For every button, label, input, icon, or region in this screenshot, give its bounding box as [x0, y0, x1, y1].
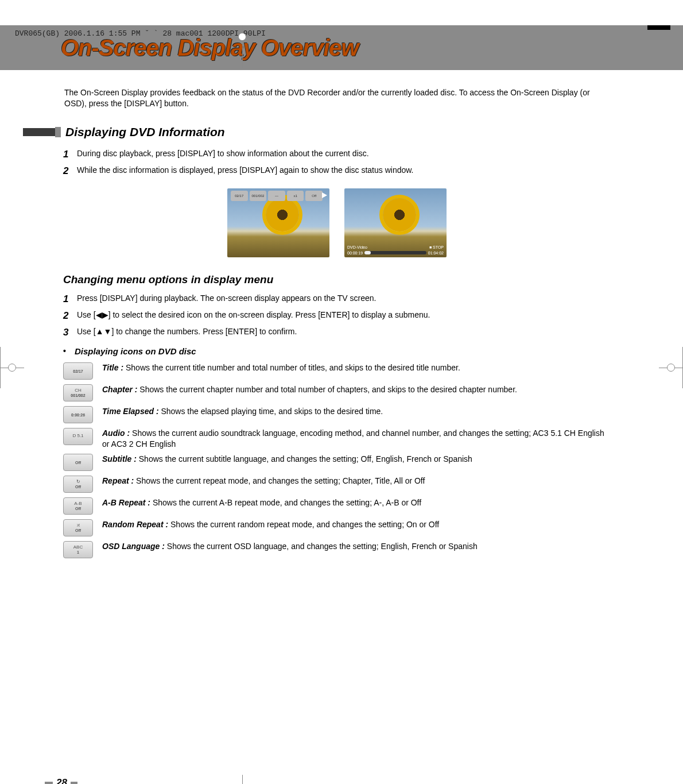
step-text: Use [◀▶] to select the desired icon on t… [77, 310, 611, 323]
definition-row: ↻OffRepeat : Shows the current repeat mo… [63, 476, 611, 493]
decor-bar-dark [23, 128, 55, 136]
osd-icon: Off [63, 454, 93, 471]
osd-icon: ↻Off [63, 476, 93, 493]
definition-row: OffSubtitle : Shows the current subtitle… [63, 454, 611, 471]
section-2-heading: Changing menu options in display menu [63, 272, 611, 287]
osd-icon: CH001/002 [63, 384, 93, 401]
definition-row: ABC1OSD Language : Shows the current OSD… [63, 541, 611, 558]
step-text: Press [DISPLAY] during playback. The on-… [77, 293, 611, 306]
osd-icon: ABC1 [63, 541, 93, 558]
osd-progress-fill [364, 251, 371, 254]
osd-top-bar: 02/17 001/002 — x1 Off [231, 191, 323, 201]
osd-state: ■ STOP [429, 245, 444, 250]
section-2-steps: 1 Press [DISPLAY] during playback. The o… [63, 293, 611, 339]
screenshot-row: 02/17 001/002 — x1 Off DVD-Video ■ STOP [63, 188, 611, 257]
step-number: 1 [63, 293, 77, 306]
definition-body: Title : Shows the current title number a… [102, 362, 611, 373]
step-text: During disc playback, press [DISPLAY] to… [77, 148, 611, 161]
definition-desc: Shows the current A-B repeat mode, and c… [150, 498, 421, 507]
definition-desc: Shows the current repeat mode, and chang… [134, 476, 425, 485]
definition-body: OSD Language : Shows the current OSD lan… [102, 541, 611, 552]
definition-term: OSD Language : [102, 542, 165, 551]
osd-chip: x1 [287, 191, 304, 201]
definition-row: 02/17Title : Shows the current title num… [63, 362, 611, 380]
osd-icon: 02/17 [63, 362, 93, 380]
osd-chip: — [268, 191, 285, 201]
definition-term: Audio : [102, 428, 130, 438]
definition-body: Repeat : Shows the current repeat mode, … [102, 476, 611, 486]
step-text: Use [▲▼] to change the numbers. Press [E… [77, 326, 611, 339]
step-number: 3 [63, 326, 77, 339]
osd-icon: D 5.1 [63, 428, 93, 445]
osd-progress-bar [364, 251, 426, 254]
osd-time-elapsed: 00:00:19 [347, 250, 363, 256]
play-icon [322, 192, 327, 198]
definition-desc: Shows the current OSD language, and chan… [165, 542, 478, 551]
section-1-steps: 1 During disc playback, press [DISPLAY] … [63, 148, 611, 178]
footer-bar [71, 782, 77, 784]
osd-icon: ⤮Off [63, 519, 93, 536]
bullet-row: • Displaying icons on DVD disc [63, 346, 611, 357]
definition-desc: Shows the current audio soundtrack langu… [102, 428, 604, 449]
osd-status: DVD-Video ■ STOP 00:00:19 01:04:02 [347, 245, 444, 256]
section-1-header: Displaying DVD Information [63, 124, 611, 140]
definition-desc: Shows the current subtitle language, and… [137, 454, 472, 464]
step-2: 2 Use [◀▶] to select the desired icon on… [63, 310, 611, 323]
osd-icon: 0:00:26 [63, 406, 93, 423]
definition-body: Random Repeat : Shows the current random… [102, 519, 611, 530]
decor-bar-mark [55, 127, 61, 137]
crop-mark [8, 364, 16, 372]
footer-bar [45, 782, 53, 784]
page: DVR065(GB) 2006.1.16 1:55 PM ˘ ` 28 mac0… [0, 25, 683, 784]
osd-chip: 02/17 [231, 191, 248, 201]
definition-desc: Shows the current title number and total… [123, 363, 460, 372]
crop-mark [238, 33, 246, 41]
definition-term: Chapter : [102, 385, 137, 394]
definition-row: CH001/002Chapter : Shows the current cha… [63, 384, 611, 401]
bullet-heading: Displaying icons on DVD disc [75, 346, 196, 357]
sunflower-icon [266, 198, 299, 231]
step-2: 2 While the disc information is displaye… [63, 165, 611, 178]
osd-disc-type: DVD-Video [347, 245, 367, 250]
content: The On-Screen Display provides feedback … [0, 70, 683, 558]
crop-mark-box [647, 25, 670, 30]
definition-term: Repeat : [102, 476, 134, 485]
definition-term: Time Elapsed : [102, 407, 159, 416]
osd-chip: 001/002 [250, 191, 267, 201]
step-3: 3 Use [▲▼] to change the numbers. Press … [63, 326, 611, 339]
step-number: 1 [63, 148, 77, 161]
definition-body: Time Elapsed : Shows the elapsed playing… [102, 406, 611, 417]
sunflower-icon [383, 198, 416, 231]
section-1-heading: Displaying DVD Information [65, 124, 225, 140]
step-number: 2 [63, 310, 77, 323]
definition-body: Audio : Shows the current audio soundtra… [102, 428, 611, 450]
osd-time-total: 01:04:02 [428, 250, 444, 256]
screenshot-left: 02/17 001/002 — x1 Off [227, 188, 329, 257]
definition-term: Random Repeat : [102, 520, 168, 529]
bullet-dot: • [63, 346, 75, 357]
step-1: 1 During disc playback, press [DISPLAY] … [63, 148, 611, 161]
page-footer: 28 [45, 777, 77, 784]
definition-term: Title : [102, 363, 123, 372]
definition-row: ⤮OffRandom Repeat : Shows the current ra… [63, 519, 611, 536]
intro-text: The On-Screen Display provides feedback … [64, 87, 611, 109]
definition-body: A-B Repeat : Shows the current A-B repea… [102, 497, 611, 508]
crop-mark [242, 775, 243, 784]
step-text: While the disc information is displayed,… [77, 165, 611, 178]
definition-row: 0:00:26Time Elapsed : Shows the elapsed … [63, 406, 611, 423]
page-number: 28 [56, 777, 67, 784]
crop-mark [242, 25, 243, 68]
definition-body: Subtitle : Shows the current subtitle la… [102, 454, 611, 465]
osd-chip: Off [305, 191, 323, 201]
definition-desc: Shows the elapsed playing time, and skip… [159, 407, 383, 416]
step-number: 2 [63, 165, 77, 178]
step-1: 1 Press [DISPLAY] during playback. The o… [63, 293, 611, 306]
crop-mark [667, 364, 675, 372]
definition-desc: Shows the current chapter number and tot… [137, 385, 517, 394]
definition-desc: Shows the current random repeat mode, an… [168, 520, 439, 529]
definition-row: A-BOffA-B Repeat : Shows the current A-B… [63, 497, 611, 515]
screenshot-right: DVD-Video ■ STOP 00:00:19 01:04:02 [344, 188, 447, 257]
definition-body: Chapter : Shows the current chapter numb… [102, 384, 611, 395]
definition-term: Subtitle : [102, 454, 137, 464]
definitions-list: 02/17Title : Shows the current title num… [63, 362, 611, 559]
